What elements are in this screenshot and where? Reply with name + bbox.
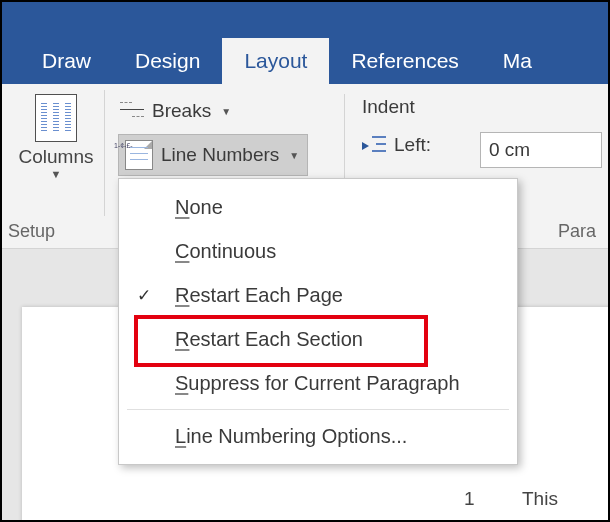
tab-references[interactable]: References: [329, 38, 480, 84]
columns-label: Columns: [10, 146, 102, 168]
menu-item-restart-each-section[interactable]: Restart Each Section: [119, 317, 517, 361]
app-window: Draw Design Layout References Ma Columns…: [0, 0, 610, 522]
title-bar: [2, 2, 608, 38]
indent-left-input[interactable]: [480, 132, 602, 168]
line-number: 1: [464, 488, 475, 510]
menu-item-line-numbering-options[interactable]: Line Numbering Options...: [119, 414, 517, 458]
tab-mailings[interactable]: Ma: [481, 38, 554, 84]
breaks-button[interactable]: Breaks ▼: [120, 94, 231, 128]
group-label-paragraph: Para: [558, 221, 596, 242]
menu-item-suppress-paragraph[interactable]: Suppress for Current Paragraph: [119, 361, 517, 405]
breaks-icon: [120, 100, 144, 122]
line-numbers-label: Line Numbers: [161, 144, 279, 166]
breaks-label: Breaks: [152, 100, 211, 122]
ribbon-tabs: Draw Design Layout References Ma: [2, 38, 608, 84]
indent-heading: Indent: [362, 96, 415, 118]
chevron-down-icon: ▼: [10, 168, 102, 180]
menu-item-none[interactable]: None: [119, 185, 517, 229]
tab-draw[interactable]: Draw: [20, 38, 113, 84]
indent-left-label: Left:: [394, 134, 431, 156]
indent-left-row: Left:: [362, 134, 431, 156]
tab-layout[interactable]: Layout: [222, 38, 329, 84]
chevron-down-icon: ▼: [221, 106, 231, 117]
line-numbers-icon: [125, 140, 153, 170]
group-separator: [104, 90, 105, 216]
columns-icon: [35, 94, 77, 142]
menu-item-continuous[interactable]: Continuous: [119, 229, 517, 273]
line-numbers-button[interactable]: Line Numbers ▼: [118, 134, 308, 176]
menu-separator: [127, 409, 509, 410]
document-text: This: [522, 488, 558, 510]
line-numbers-menu: None Continuous ✓ Restart Each Page Rest…: [118, 178, 518, 465]
menu-item-restart-each-page[interactable]: ✓ Restart Each Page: [119, 273, 517, 317]
chevron-down-icon: ▼: [289, 150, 299, 161]
tab-design[interactable]: Design: [113, 38, 222, 84]
indent-left-icon: [362, 135, 386, 155]
check-icon: ✓: [137, 285, 151, 306]
group-label-setup: Setup: [8, 221, 55, 242]
